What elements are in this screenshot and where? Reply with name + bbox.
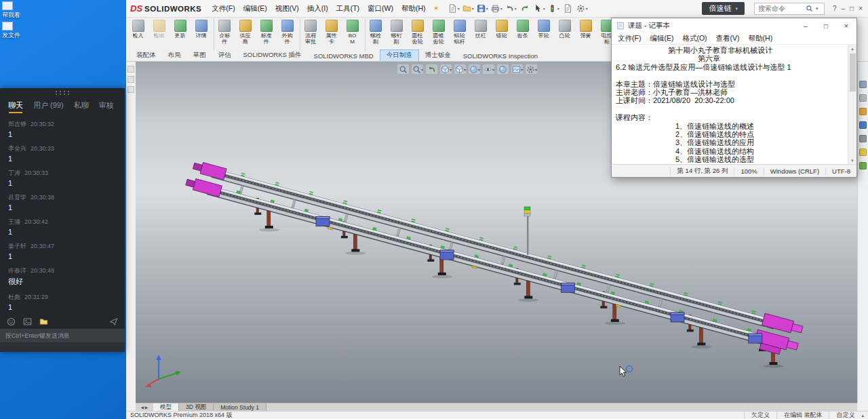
tab-jinrizhizao[interactable]: 今日制造 bbox=[380, 49, 419, 61]
tab-scroll-arrows[interactable]: ◀ ▶ bbox=[136, 403, 153, 411]
edit-appearance-icon[interactable] bbox=[496, 64, 509, 75]
ribbon-button[interactable]: 外购件 bbox=[277, 18, 298, 51]
section-view-icon[interactable] bbox=[439, 64, 452, 75]
task-pane-resources-icon[interactable] bbox=[859, 81, 867, 88]
view-settings-icon[interactable] bbox=[525, 64, 538, 75]
view-orientation-icon[interactable] bbox=[454, 64, 467, 75]
tab-assembly[interactable]: 装配体 bbox=[130, 50, 162, 61]
forum-icon[interactable] bbox=[859, 162, 867, 169]
options-icon[interactable] bbox=[576, 2, 589, 15]
tab-sketch[interactable]: 草图 bbox=[187, 50, 212, 61]
ribbon-button[interactable]: 标准件 bbox=[256, 18, 277, 51]
close-button[interactable] bbox=[836, 18, 856, 33]
file-properties-icon[interactable] bbox=[561, 2, 574, 15]
notepad-title-bar[interactable]: 课题 - 记事本 bbox=[612, 18, 856, 33]
select-icon[interactable] bbox=[533, 2, 546, 15]
ribbon-button[interactable]: 链轮 bbox=[491, 18, 512, 51]
property-manager-icon[interactable] bbox=[127, 76, 134, 83]
ribbon-button[interactable]: 详情 bbox=[191, 18, 212, 51]
emoji-icon[interactable] bbox=[7, 317, 16, 326]
print-icon[interactable] bbox=[490, 2, 503, 15]
ribbon-button[interactable]: 丝杠 bbox=[470, 18, 491, 51]
scroll-down-icon[interactable]: ▼ bbox=[848, 157, 856, 164]
design-library-icon[interactable] bbox=[859, 94, 867, 102]
ribbon-button[interactable]: 企标件 bbox=[214, 18, 235, 51]
hide-show-icon[interactable] bbox=[482, 64, 495, 75]
chat-input-hint[interactable]: 按Ctrl+Enter键发送消息 bbox=[0, 329, 125, 342]
notepad-menu-item[interactable]: 帮助(H) bbox=[745, 33, 777, 44]
configuration-manager-icon[interactable] bbox=[127, 86, 134, 93]
chat-input-area[interactable] bbox=[0, 342, 125, 352]
ribbon-button[interactable]: 供应商 bbox=[235, 18, 256, 51]
undo-icon[interactable] bbox=[505, 2, 517, 15]
menu-item[interactable]: 窗口(W) bbox=[364, 3, 397, 15]
maximize-button[interactable] bbox=[850, 5, 854, 12]
menu-item[interactable]: 工具(T) bbox=[333, 3, 363, 15]
tab-inspection[interactable]: SOLIDWORKS Inspection bbox=[457, 52, 544, 61]
redo-icon[interactable] bbox=[519, 2, 532, 15]
chat-tab-chat[interactable]: 聊天 bbox=[8, 100, 23, 111]
ribbon-button[interactable]: 流程审批 bbox=[300, 18, 321, 51]
menu-item[interactable]: 帮助(H) bbox=[398, 3, 429, 15]
tab-evaluate[interactable]: 评估 bbox=[212, 50, 237, 61]
notepad-text-area[interactable]: 第十期小丸子教育非标机械设计 第六章 6.2 输送元件选型及应用—倍速链输送线设… bbox=[612, 45, 856, 164]
notepad-scrollbar[interactable]: ▲ ▼ bbox=[848, 45, 856, 164]
tab-mbd[interactable]: SOLIDWORKS MBD bbox=[308, 52, 380, 61]
menu-item[interactable]: 插入(I) bbox=[304, 3, 332, 15]
display-style-icon[interactable] bbox=[468, 64, 481, 75]
desktop-icon-2[interactable]: 发文件 bbox=[2, 22, 37, 40]
ribbon-button[interactable]: 更新 bbox=[170, 18, 191, 51]
chat-drag-handle[interactable] bbox=[0, 88, 125, 97]
maximize-button[interactable] bbox=[816, 18, 836, 33]
view-palette-icon[interactable] bbox=[859, 121, 867, 129]
chevron-down-icon[interactable]: ▾ bbox=[735, 6, 738, 12]
tab-layout[interactable]: 布局 bbox=[162, 50, 187, 61]
menu-item[interactable]: 视图(V) bbox=[272, 3, 302, 15]
folder-icon[interactable] bbox=[39, 317, 48, 326]
minimize-button[interactable] bbox=[842, 5, 846, 12]
menu-item[interactable]: 文件(F) bbox=[208, 3, 238, 15]
notepad-menu-item[interactable]: 查看(V) bbox=[712, 33, 744, 44]
apply-scene-icon[interactable] bbox=[511, 64, 524, 75]
desktop-icon-1[interactable]: 帮我看 bbox=[2, 1, 37, 20]
ribbon-button[interactable]: 检入 bbox=[127, 18, 149, 51]
save-icon[interactable] bbox=[476, 2, 489, 15]
ribbon-button[interactable]: 属性卡 bbox=[321, 18, 342, 51]
tab-addins[interactable]: SOLIDWORKS 插件 bbox=[237, 50, 308, 61]
new-file-icon[interactable] bbox=[448, 2, 460, 15]
ribbon-button[interactable]: 圆柱齿轮 bbox=[407, 18, 428, 51]
featuremanager-toggle-icon[interactable] bbox=[127, 66, 134, 73]
ribbon-button[interactable]: 齿条 bbox=[512, 18, 533, 51]
scrollbar-thumb[interactable] bbox=[850, 54, 856, 92]
appearances-icon[interactable] bbox=[859, 135, 867, 142]
send-icon[interactable] bbox=[109, 317, 118, 326]
tab-boshibanjin[interactable]: 博士钣金 bbox=[419, 50, 457, 61]
chat-tab-private[interactable]: 私聊 bbox=[74, 100, 89, 111]
ribbon-button[interactable]: 螺栓副 bbox=[365, 18, 386, 51]
notepad-menu-item[interactable]: 文件(F) bbox=[614, 33, 645, 44]
zoom-fit-icon[interactable] bbox=[397, 64, 410, 75]
ribbon-button[interactable]: BOM bbox=[342, 18, 363, 51]
close-button[interactable] bbox=[859, 5, 863, 12]
3d-views-tab[interactable]: 3D 视图 bbox=[179, 403, 214, 411]
ribbon-button[interactable]: 检出 bbox=[149, 18, 170, 51]
file-explorer-icon[interactable] bbox=[859, 108, 867, 115]
minimize-button[interactable] bbox=[795, 18, 816, 33]
menu-item[interactable]: 编辑(E) bbox=[240, 3, 271, 15]
search-icon[interactable] bbox=[806, 5, 813, 12]
chat-tab-review[interactable]: 审核 bbox=[99, 100, 114, 111]
notepad-menu-item[interactable]: 编辑(E) bbox=[646, 33, 677, 44]
search-input[interactable] bbox=[758, 5, 803, 12]
motion-study-tab[interactable]: Motion Study 1 bbox=[214, 403, 267, 411]
model-tab[interactable]: 模型 bbox=[153, 403, 179, 411]
previous-view-icon[interactable] bbox=[425, 64, 438, 75]
chevron-up-icon[interactable]: ▴ bbox=[861, 413, 864, 418]
chat-tab-users[interactable]: 用户 (99) bbox=[33, 100, 64, 111]
image-icon[interactable] bbox=[23, 317, 32, 326]
ribbon-button[interactable]: 圆锥齿轮 bbox=[428, 18, 449, 51]
pin-icon[interactable]: ✶ bbox=[433, 4, 439, 13]
ribbon-button[interactable]: 凸轮 bbox=[554, 18, 575, 51]
rebuild-icon[interactable] bbox=[547, 2, 560, 15]
custom-properties-icon[interactable] bbox=[859, 148, 867, 156]
open-file-icon[interactable] bbox=[462, 2, 475, 15]
